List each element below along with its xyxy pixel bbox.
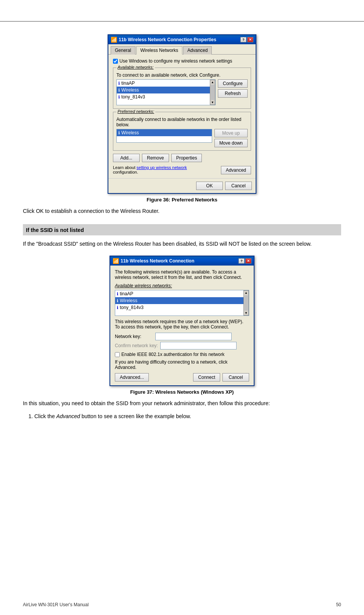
refresh-button[interactable]: Refresh: [218, 89, 248, 98]
wl-name-3: tony_814v3: [120, 305, 143, 310]
available-networks-content: To connect to an available network, clic…: [116, 72, 248, 105]
top-border: [0, 21, 364, 22]
learn-link[interactable]: setting up wireless network: [137, 165, 187, 170]
available-networks-title: Available networks:: [116, 65, 155, 69]
scroll-up-1[interactable]: ▲: [211, 80, 214, 84]
list-item-wireless[interactable]: ℹ Wireless: [117, 87, 210, 93]
configure-button[interactable]: Configure: [218, 79, 248, 88]
confirm-key-label: Confirm network key:: [115, 343, 158, 348]
avail-networks-row: ℹ tinaAP ℹ Wireless ℹ: [116, 79, 248, 105]
available-networks-group: Available networks: To connect to an ava…: [113, 68, 251, 109]
dialog-body: Use Windows to configure my wireless net…: [108, 55, 256, 178]
checkbox-row: Use Windows to configure my wireless net…: [113, 58, 251, 64]
body-text-2: If the "Broadcast SSID" setting on the W…: [23, 240, 341, 248]
dialog2-body: The following wireless network(s) are av…: [110, 266, 254, 385]
signal-icon: 📶: [111, 37, 117, 43]
pref-network-name-1: Wireless: [121, 130, 139, 135]
pref-list-container: ℹ Wireless: [116, 129, 212, 147]
close-button-2[interactable]: ✕: [245, 258, 251, 264]
body-text-1: Click OK to establish a connection to th…: [23, 207, 341, 215]
pref-network-icon-1: ℹ: [118, 130, 120, 135]
scroll-down-1[interactable]: ▼: [211, 100, 214, 105]
dialog2-buttons-row: Advanced... Connect Cancel: [115, 373, 249, 382]
network-name-3: tony_814v3: [121, 94, 145, 100]
scroll-up-2[interactable]: ▲: [244, 291, 248, 295]
scroll-down-2[interactable]: ▼: [244, 311, 248, 315]
confirm-key-input[interactable]: [160, 342, 237, 349]
preferred-networks-title: Preferred networks:: [116, 109, 155, 114]
tab-general[interactable]: General: [111, 46, 135, 55]
wep-text: This wireless network requires the use o…: [115, 319, 249, 330]
add-button[interactable]: Add...: [113, 154, 140, 162]
preferred-networks-group: Preferred networks: Automatically connec…: [113, 112, 251, 151]
step-1: Click the Advanced button to see a scree…: [34, 412, 341, 420]
advanced-btn-2[interactable]: Advanced...: [115, 373, 149, 382]
ieee-checkbox-row: Enable IEEE 802.1x authentication for th…: [115, 352, 249, 357]
properties-button[interactable]: Properties: [171, 154, 202, 162]
pref-item-wireless[interactable]: ℹ Wireless: [117, 129, 212, 136]
ieee-label: Enable IEEE 802.1x authentication for th…: [121, 352, 224, 357]
available-networks-desc: To connect to an available network, clic…: [116, 72, 248, 78]
list-box-inner: ℹ tinaAP ℹ Wireless ℹ: [117, 80, 210, 105]
dialog2-titlebar: 📶 11b Wireless Network Connection ? ✕: [110, 256, 254, 266]
figure-36-container: 📶 11b Wireless Network Connection Proper…: [23, 34, 341, 203]
learn-prefix: Learn about: [113, 165, 137, 170]
step-1-emphasis: Advanced: [56, 413, 80, 419]
connect-button[interactable]: Connect: [193, 373, 220, 382]
list-item-tinaap[interactable]: ℹ tinaAP: [117, 80, 210, 87]
remove-button[interactable]: Remove: [142, 154, 169, 162]
cancel-button-2[interactable]: Cancel: [222, 373, 249, 382]
network-icon-3: ℹ: [118, 95, 120, 100]
dialog2-intro: The following wireless network(s) are av…: [115, 269, 249, 280]
available-wireless-label: Available wireless networks:: [115, 283, 249, 288]
steps-list: Click the Advanced button to see a scree…: [34, 412, 341, 420]
network-key-row: Network key:: [115, 333, 249, 340]
list-item-tony[interactable]: ℹ tony_814v3: [117, 93, 210, 100]
use-windows-checkbox[interactable]: [113, 59, 118, 64]
wl-item-tinaap[interactable]: ℹ tinaAP: [115, 290, 243, 297]
pref-networks-row: ℹ Wireless Move up Move down: [116, 129, 248, 147]
wl-item-tony[interactable]: ℹ tony_814v3: [115, 304, 243, 311]
network-name-2: Wireless: [121, 87, 139, 93]
step-1-prefix: Click the: [34, 413, 56, 419]
ieee-checkbox[interactable]: [115, 352, 120, 357]
help-button-2[interactable]: ?: [238, 258, 245, 264]
preferred-networks-desc: Automatically connect to available netwo…: [116, 117, 248, 127]
help-button[interactable]: ?: [240, 37, 246, 42]
available-list-box: ℹ tinaAP ℹ Wireless ℹ: [116, 79, 216, 105]
figure-37-caption: Figure 37: Wireless Networks (Windows XP…: [130, 389, 234, 395]
close-button[interactable]: ✕: [247, 37, 253, 42]
difficulty-text: If you are having difficulty connecting …: [115, 359, 249, 370]
tab-advanced[interactable]: Advanced: [183, 46, 212, 55]
tab-wireless-networks[interactable]: Wireless Networks: [136, 46, 182, 55]
scrollbar-2[interactable]: ▲ ▼: [243, 290, 249, 316]
ok-cancel-row: OK Cancel: [108, 178, 256, 193]
section-heading-text: If the SSID is not listed: [26, 227, 84, 233]
network-key-input[interactable]: [155, 333, 232, 340]
use-windows-label: Use Windows to configure my wireless net…: [119, 58, 232, 64]
titlebar-left: 📶 11b Wireless Network Connection Proper…: [111, 37, 216, 43]
footer-left: AirLive WN-301R User's Manual: [23, 602, 89, 607]
wl-name-2: Wireless: [120, 298, 137, 303]
learn-row: Learn about setting up wireless network …: [113, 165, 251, 174]
ok-button[interactable]: OK: [196, 182, 223, 190]
avail-list-container: ℹ tinaAP ℹ Wireless ℹ: [116, 79, 216, 105]
wl-name-1: tinaAP: [120, 291, 133, 296]
body-text-3: In this situation, you need to obtain th…: [23, 399, 341, 407]
advanced-button[interactable]: Advanced: [221, 166, 251, 174]
dialog-tabs: General Wireless Networks Advanced: [108, 44, 256, 55]
pref-list-inner: ℹ Wireless: [117, 129, 212, 142]
wireless-list-inner: ℹ tinaAP ℹ Wireless ℹ tony_814v3: [115, 290, 243, 316]
learn-suffix: configuration.: [113, 170, 138, 174]
dialog-wireless-connection: 📶 11b Wireless Network Connection ? ✕ Th…: [110, 256, 254, 386]
network-key-label: Network key:: [115, 334, 153, 339]
dialog2-title: 11b Wireless Network Connection: [121, 258, 194, 264]
figure-36-caption: Figure 36: Preferred Networks: [147, 197, 217, 203]
move-down-button[interactable]: Move down: [214, 139, 248, 147]
page-content: 📶 11b Wireless Network Connection Proper…: [0, 0, 364, 437]
move-up-button[interactable]: Move up: [214, 129, 248, 137]
wl-item-wireless[interactable]: ℹ Wireless: [115, 297, 243, 304]
cancel-button-1[interactable]: Cancel: [225, 182, 252, 190]
scrollbar-1[interactable]: ▲ ▼: [210, 80, 215, 105]
titlebar-buttons: ? ✕: [240, 37, 253, 42]
